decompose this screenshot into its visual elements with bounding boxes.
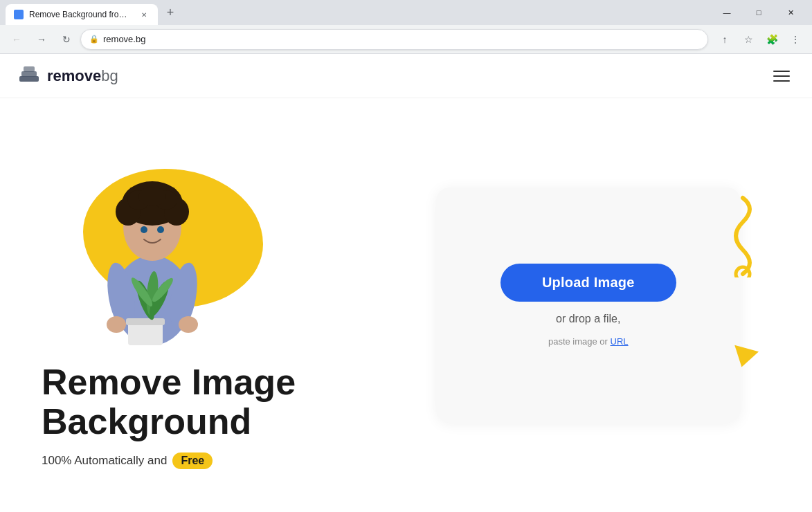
hamburger-line-3 (773, 80, 790, 82)
hamburger-line-2 (773, 75, 790, 77)
main-content: Remove Image Background 100% Automatical… (0, 98, 812, 512)
upload-card: Upload Image or drop a file, paste image… (436, 188, 741, 423)
right-section: Upload Image or drop a file, paste image… (406, 188, 771, 423)
hero-headline: Remove Image Background (42, 363, 406, 441)
hero-subtext: 100% Automatically and Free (42, 452, 406, 469)
svg-rect-1 (21, 71, 37, 77)
deco-squiggle-icon (722, 194, 764, 277)
page-content: removebg (0, 54, 812, 512)
free-badge: Free (172, 452, 213, 469)
svg-rect-0 (19, 76, 39, 82)
person-image (76, 155, 228, 349)
tab-title: Remove Background from Image (29, 10, 133, 19)
svg-rect-18 (126, 318, 165, 325)
toolbar-icons: ↑ ☆ 🧩 ⋮ (714, 28, 806, 51)
hamburger-line-1 (773, 71, 790, 72)
url-text: remove.bg (103, 34, 699, 44)
maximize-button[interactable]: □ (743, 0, 775, 25)
svg-point-10 (138, 187, 166, 206)
lock-icon: 🔒 (89, 35, 99, 44)
browser-menu-button[interactable]: ⋮ (784, 28, 806, 51)
url-link[interactable]: URL (611, 336, 629, 347)
upload-image-button[interactable]: Upload Image (500, 264, 676, 302)
svg-rect-2 (24, 66, 35, 72)
paste-hint: paste image or URL (548, 336, 629, 347)
back-button[interactable]: ← (6, 28, 28, 51)
logo-icon (17, 64, 42, 89)
tab-close-button[interactable]: ✕ (138, 9, 150, 20)
bookmark-button[interactable]: ☆ (737, 28, 759, 51)
close-button[interactable]: ✕ (775, 0, 806, 25)
extensions-button[interactable]: 🧩 (761, 28, 783, 51)
address-bar-row: ← → ↻ 🔒 remove.bg ↑ ☆ 🧩 ⋮ (0, 25, 812, 54)
hero-illustration (42, 155, 263, 349)
logo-text: removebg (47, 67, 118, 85)
svg-point-16 (179, 316, 198, 333)
reload-button[interactable]: ↻ (55, 28, 78, 51)
address-bar[interactable]: 🔒 remove.bg (80, 29, 708, 50)
left-section: Remove Image Background 100% Automatical… (42, 141, 406, 469)
svg-point-15 (107, 316, 126, 333)
tab-bar: Remove Background from Image ✕ + — □ ✕ (0, 0, 812, 25)
drop-text: or drop a file, (556, 313, 620, 325)
browser-frame: Remove Background from Image ✕ + — □ ✕ ←… (0, 0, 812, 512)
new-tab-button[interactable]: + (161, 3, 180, 22)
forward-button[interactable]: → (30, 28, 53, 51)
share-button[interactable]: ↑ (714, 28, 736, 51)
svg-point-12 (157, 226, 164, 233)
active-tab[interactable]: Remove Background from Image ✕ (6, 4, 158, 25)
svg-point-11 (141, 226, 147, 233)
logo[interactable]: removebg (17, 64, 118, 89)
minimize-button[interactable]: — (711, 0, 743, 25)
hamburger-menu[interactable] (768, 65, 795, 87)
tab-favicon (14, 10, 24, 19)
site-header: removebg (0, 54, 812, 98)
window-controls: — □ ✕ (711, 0, 806, 25)
